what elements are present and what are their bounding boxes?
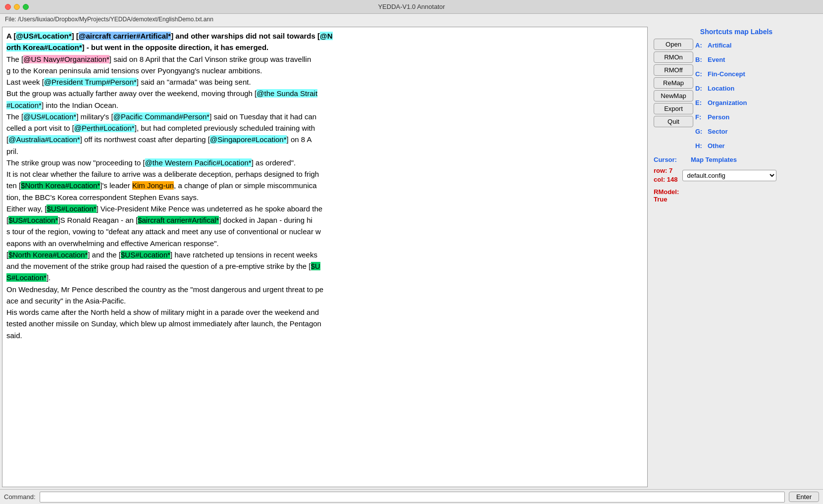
newmap-button[interactable]: NewMap [654, 90, 693, 101]
right-panel: Shortcuts map Labels Open RMOn RMOff ReM… [650, 25, 823, 489]
shortcut-g: G: Sector [695, 125, 819, 138]
annotation-sunda-strait-location: @the Sunda Strait#Location* [6, 89, 317, 109]
text-paragraph-11: His words came after the North held a sh… [6, 306, 643, 341]
annotation-president-trump-person: @President Trump#Person* [44, 78, 137, 86]
shortcut-label-b: Event [708, 56, 725, 63]
annotation-us-location-2: @US#Location* [23, 112, 76, 121]
controls-area: Open RMOn RMOff ReMap NewMap Export Quit… [654, 39, 819, 152]
shortcuts-title: Shortcuts map Labels [654, 28, 819, 36]
text-paragraph-3: Last week [@President Trump#Person*] sai… [6, 76, 643, 88]
annotation-us-dollar-location-4: $US#Location* [6, 262, 320, 282]
annotation-north-korea-dollar-location-2: $North Korea#Location* [8, 251, 88, 259]
dropdown-wrapper: default.config [682, 170, 819, 181]
annotation-aircraft-carrier-dollar-artifical: $aircraft carrier#Artifical* [138, 216, 219, 224]
shortcut-key-g: G: [695, 128, 708, 135]
text-panel[interactable]: A [@US#Location*] [@aircraft carrier#Art… [2, 27, 648, 487]
shortcut-label-a: Artifical [708, 42, 731, 49]
annotation-us-dollar-location-3: $US#Location* [121, 251, 170, 259]
minimize-button[interactable] [14, 4, 20, 10]
map-templates-label: Map Templates [691, 156, 737, 163]
shortcut-key-d: D: [695, 85, 708, 92]
annotation-us-dollar-location-1: $US#Location* [47, 204, 96, 213]
annotation-perth-location: @Perth#Location* [74, 124, 135, 132]
shortcut-label-d: Location [708, 85, 734, 92]
annotation-us-location-1: @US#Location* [16, 32, 71, 40]
rmodel-label: RModel: [654, 188, 819, 196]
annotation-pacific-command-person: @Pacific Command#Person* [113, 112, 209, 121]
rmon-button[interactable]: RMOn [654, 51, 693, 63]
rowcol-area: row: 7 col: 148 default.config [654, 166, 819, 184]
enter-button[interactable]: Enter [789, 492, 819, 502]
rmoff-button[interactable]: RMOff [654, 64, 693, 76]
shortcut-label-c: Fin-Concept [708, 70, 745, 78]
text-paragraph-4: But the group was actually farther away … [6, 88, 643, 111]
annotation-singapore-location: @Singapore#Location* [210, 135, 287, 144]
annotation-kim-jong-un-person: Kim Jong-un [132, 181, 174, 190]
shortcut-h: H: Other [695, 139, 819, 152]
annotation-australia-location: @Australia#Location* [8, 135, 80, 144]
titlebar: YEDDA-V1.0 Annotator [0, 0, 823, 14]
text-paragraph-10: On Wednesday, Mr Pence described the cou… [6, 284, 643, 307]
close-button[interactable] [5, 4, 11, 10]
shortcut-f: F: Person [695, 110, 819, 123]
config-select[interactable]: default.config [682, 170, 776, 181]
annotation-us-dollar-location-2: $US#Location* [8, 216, 58, 224]
traffic-lights [5, 4, 29, 10]
annotation-aircraft-artifical: @aircraft carrier#Artifical* [79, 32, 171, 40]
shortcut-b: B: Event [695, 53, 819, 66]
annotation-us-navy-org: @US Navy#Organization* [23, 55, 109, 63]
cursor-row: Cursor: Map Templates [654, 156, 819, 163]
window-title: YEDDA-V1.0 Annotator [378, 3, 445, 10]
shortcuts-column: A: Artifical B: Event C: Fin-Concept D: … [695, 39, 819, 152]
shortcut-label-g: Sector [708, 128, 727, 135]
command-input[interactable] [40, 492, 785, 503]
annotation-north-korea-dollar-location: $North Korea#Location* [21, 181, 100, 190]
rowcol-text: row: 7 col: 148 [654, 166, 677, 184]
col-text: col: 148 [654, 175, 677, 184]
text-paragraph-9: [$North Korea#Location*] and the [$US#Lo… [6, 249, 643, 284]
cursor-label: Cursor: [654, 156, 686, 163]
shortcut-key-c: C: [695, 70, 708, 78]
shortcut-key-f: F: [695, 113, 708, 121]
quit-button[interactable]: Quit [654, 116, 693, 127]
shortcut-e: E: Organization [695, 96, 819, 109]
main-container: A [@US#Location*] [@aircraft carrier#Art… [0, 25, 823, 489]
buttons-column: Open RMOn RMOff ReMap NewMap Export Quit [654, 39, 693, 152]
shortcut-label-h: Other [708, 142, 725, 150]
shortcut-key-e: E: [695, 99, 708, 106]
filepath-bar: File: /Users/liuxiao/Dropbox/MyProjects/… [0, 14, 823, 25]
shortcut-c: C: Fin-Concept [695, 67, 819, 80]
text-paragraph-1: A [@US#Location*] [@aircraft carrier#Art… [6, 30, 643, 53]
shortcut-key-h: H: [695, 142, 708, 150]
remap-button[interactable]: ReMap [654, 77, 693, 89]
shortcut-a: A: Artifical [695, 39, 819, 51]
command-label: Command: [4, 493, 36, 501]
maximize-button[interactable] [23, 4, 29, 10]
shortcut-key-a: A: [695, 42, 708, 49]
rmodel-value: True [654, 196, 819, 203]
shortcut-d: D: Location [695, 82, 819, 95]
shortcut-label-e: Organization [708, 99, 747, 106]
text-paragraph-6: The strike group was now "proceeding to … [6, 157, 643, 168]
export-button[interactable]: Export [654, 103, 693, 114]
annotation-western-pacific-location: @the Western Pacific#Location* [145, 158, 252, 167]
shortcut-key-b: B: [695, 56, 708, 63]
filepath-text: File: /Users/liuxiao/Dropbox/MyProjects/… [5, 16, 213, 23]
text-paragraph-7: It is not clear whether the failure to a… [6, 168, 643, 203]
text-paragraph-2: The [@US Navy#Organization*] said on 8 A… [6, 53, 643, 77]
text-paragraph-5: The [@US#Location*] military's [@Pacific… [6, 111, 643, 157]
command-bar: Command: Enter [0, 489, 823, 504]
open-button[interactable]: Open [654, 39, 693, 50]
rmodel-area: RModel: True [654, 188, 819, 203]
row-text: row: 7 [654, 166, 677, 175]
text-paragraph-8: Either way, [$US#Location*] Vice-Preside… [6, 203, 643, 249]
shortcut-label-f: Person [708, 113, 729, 121]
